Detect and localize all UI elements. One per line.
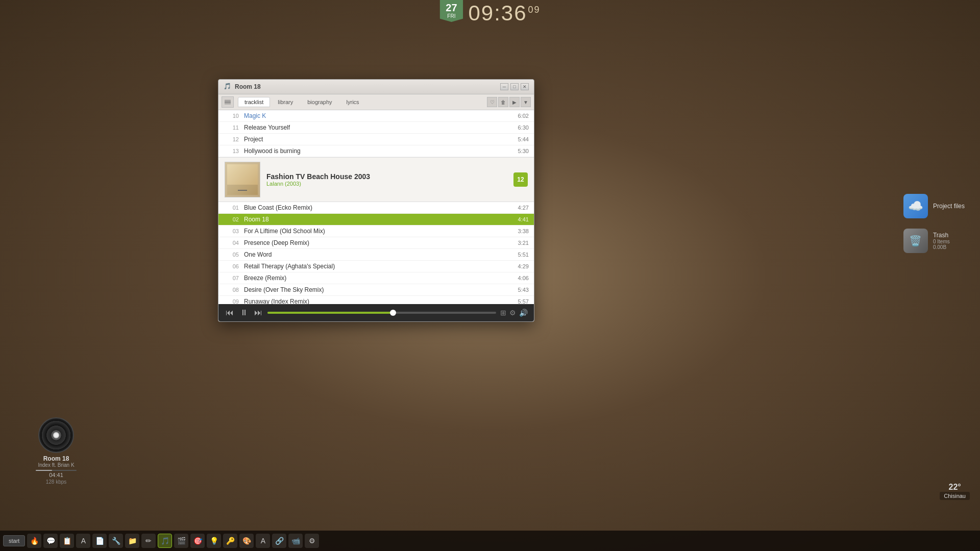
track-name: One Word [244, 251, 518, 258]
track-duration: 6:30 [518, 124, 529, 131]
taskbar-icon-8[interactable]: ✏ [141, 534, 156, 548]
track-name: Breeze (Remix) [244, 274, 518, 282]
track-row-03[interactable]: 03 For A Liftime (Old School Mix) 3:38 [218, 226, 534, 237]
progress-bar[interactable] [267, 312, 496, 314]
prev-button[interactable]: ⏮ [225, 308, 235, 317]
progress-fill [267, 312, 393, 314]
taskbar-icon-10[interactable]: 🎬 [174, 534, 188, 548]
track-name: Project [244, 136, 518, 143]
delete-button[interactable]: 🗑 [498, 97, 508, 107]
menu-line-3 [225, 104, 231, 105]
track-duration: 6:02 [518, 113, 529, 119]
taskbar-icon-4[interactable]: A [76, 534, 90, 548]
track-duration: 4:29 [518, 263, 529, 269]
start-button[interactable]: start [3, 535, 25, 546]
next-button[interactable]: ⏭ [253, 308, 263, 317]
track-number: 02 [224, 216, 239, 222]
upper-track-row-12[interactable]: 12 Project 5:44 [218, 134, 534, 145]
pause-button[interactable]: ⏸ [239, 308, 249, 317]
album-badge: 12 [513, 172, 528, 187]
forward-button[interactable]: ▶ [509, 97, 520, 107]
dropdown-button[interactable]: ▼ [521, 97, 531, 107]
taskbar-icon-14[interactable]: 🎨 [239, 534, 254, 548]
tab-lyrics[interactable]: lyrics [340, 97, 366, 107]
taskbar-icon-17[interactable]: 📹 [288, 534, 303, 548]
trash-size: 0.00B [933, 244, 950, 250]
taskbar-icon-7[interactable]: 📁 [125, 534, 139, 548]
grid-button[interactable]: ⊞ [500, 309, 506, 317]
trash-icon-item[interactable]: 🗑️ Trash 0 Items 0.00B [903, 229, 965, 253]
project-files-label: Project files [933, 203, 965, 210]
track-name: Runaway (Index Remix) [244, 298, 518, 304]
track-row-09[interactable]: 09 Runaway (Index Remix) 5:57 [218, 296, 534, 304]
project-files-icon[interactable]: ☁️ Project files [903, 194, 965, 218]
track-name: Release Yourself [244, 124, 518, 131]
mini-progress-fill [36, 470, 52, 471]
app-icon: 🎵 [224, 83, 232, 91]
close-button[interactable]: ✕ [521, 83, 529, 90]
track-duration: 5:57 [518, 298, 529, 304]
upper-track-row-13[interactable]: 13 Hollywood is burning 5:30 [218, 145, 534, 157]
taskbar-icon-5[interactable]: 📄 [92, 534, 107, 548]
taskbar-icon-3[interactable]: 📋 [60, 534, 74, 548]
track-number: 05 [224, 252, 239, 258]
taskbar-icon-11[interactable]: 🎯 [190, 534, 205, 548]
desktop-icons: ☁️ Project files 🗑️ Trash 0 Items 0.00B [903, 194, 965, 253]
track-row-07[interactable]: 07 Breeze (Remix) 4:06 [218, 272, 534, 284]
tab-biography[interactable]: biography [301, 97, 338, 107]
taskbar-icon-2[interactable]: 💬 [43, 534, 58, 548]
calendar-day: 27 [439, 2, 463, 13]
track-duration: 4:27 [518, 205, 529, 211]
track-row-02[interactable]: 02 Room 18 4:41 [218, 214, 534, 226]
tab-actions: ♡ 🗑 ▶ ▼ [487, 97, 531, 107]
mini-time: 04:41 [49, 472, 63, 478]
settings-button[interactable]: ⚙ [509, 309, 516, 317]
vinyl-disc [38, 417, 74, 453]
volume-button[interactable]: 🔊 [519, 309, 528, 317]
track-duration: 5:43 [518, 287, 529, 293]
minimize-button[interactable]: ─ [500, 83, 508, 90]
album-art-image: ▬▬▬ [225, 162, 260, 197]
menu-button[interactable] [222, 96, 234, 108]
album-info: Fashion TV Beach House 2003 Lalann (2003… [266, 172, 507, 187]
track-row-01[interactable]: 01 Blue Coast (Ecko Remix) 4:27 [218, 202, 534, 214]
taskbar-icon-16[interactable]: 🔗 [272, 534, 286, 548]
heart-button[interactable]: ♡ [487, 97, 497, 107]
track-row-06[interactable]: 06 Retail Therapy (Aghata's Special) 4:2… [218, 261, 534, 272]
track-number: 12 [224, 136, 239, 142]
taskbar-icon-12[interactable]: 💡 [207, 534, 221, 548]
player-controls: ⏮ ⏸ ⏭ ⊞ ⚙ 🔊 [218, 304, 534, 321]
track-name: Desire (Over The Sky Remix) [244, 286, 518, 293]
vinyl-center [53, 432, 59, 438]
taskbar-icon-9[interactable]: 🎵 [158, 534, 172, 548]
main-track-list: 01 Blue Coast (Ecko Remix) 4:27 02 Room … [218, 202, 534, 304]
track-name: Presence (Deep Remix) [244, 239, 518, 246]
window-titlebar: 🎵 Room 18 ─ □ ✕ [218, 80, 534, 94]
track-duration: 4:41 [518, 216, 529, 222]
calendar-weekday: FRI [439, 13, 463, 19]
mini-bitrate: 128 kbps [46, 479, 67, 485]
taskbar-icon-13[interactable]: 🔑 [223, 534, 237, 548]
mini-progress-bar[interactable] [36, 470, 77, 471]
upper-track-row-11[interactable]: 11 Release Yourself 6:30 [218, 122, 534, 134]
taskbar-icon-15[interactable]: A [256, 534, 270, 548]
taskbar-icon-6[interactable]: 🔧 [109, 534, 123, 548]
trash-label: Trash [933, 232, 950, 239]
tab-library[interactable]: library [271, 97, 300, 107]
album-card: ▬▬▬ Fashion TV Beach House 2003 Lalann (… [218, 158, 534, 202]
tab-tracklist[interactable]: tracklist [238, 97, 270, 107]
maximize-button[interactable]: □ [510, 83, 519, 90]
track-name: Retail Therapy (Aghata's Special) [244, 263, 518, 270]
track-row-04[interactable]: 04 Presence (Deep Remix) 3:21 [218, 237, 534, 249]
track-duration: 5:44 [518, 136, 529, 142]
track-row-05[interactable]: 05 One Word 5:51 [218, 249, 534, 261]
track-row-08[interactable]: 08 Desire (Over The Sky Remix) 5:43 [218, 284, 534, 296]
upper-track-row-10[interactable]: 10 Magic K 6:02 [218, 110, 534, 122]
taskbar-icon-18[interactable]: ⚙ [305, 534, 319, 548]
track-duration: 4:06 [518, 275, 529, 281]
taskbar-icon-1[interactable]: 🔥 [27, 534, 41, 548]
track-duration: 5:51 [518, 252, 529, 258]
album-title: Fashion TV Beach House 2003 [266, 172, 507, 181]
upper-track-list: 10 Magic K 6:02 11 Release Yourself 6:30… [218, 110, 534, 158]
tabs-bar: tracklist library biography lyrics ♡ 🗑 ▶… [218, 94, 534, 110]
